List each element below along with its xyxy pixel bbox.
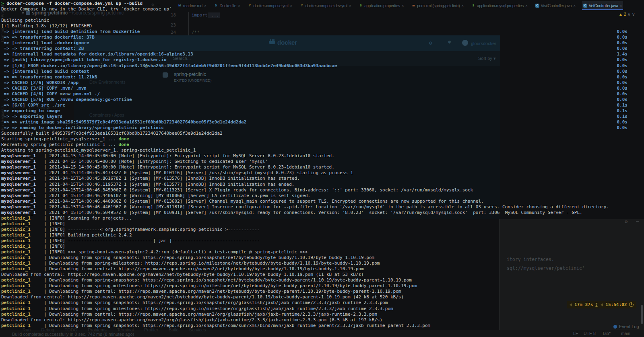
terminal-text: => CACHED [3/6] COPY .mvn/ .mvn bbox=[1, 86, 87, 91]
terminal-line: petclinic_1 | Downloading from central: … bbox=[1, 266, 644, 272]
terminal-text: Building petclinic bbox=[1, 18, 49, 23]
terminal-line: petclinic_1 | [INFO] Building petclinic … bbox=[1, 232, 644, 238]
build-step-duration: 0.0s bbox=[617, 119, 628, 125]
terminal-text: | Downloading from spring-snapshots: htt… bbox=[44, 300, 388, 305]
terminal-line: mysqlserver_1 | 2021-04-15T14:00:45.8473… bbox=[1, 170, 644, 176]
terminal-line: => => writing image sha256:9495379f7c0c4… bbox=[1, 119, 644, 125]
terminal-text: docker-compose -f docker-compose.dev.yml… bbox=[6, 1, 142, 6]
terminal-text: => exporting to image bbox=[1, 108, 60, 113]
elapsed-time: 17m 37s bbox=[574, 302, 593, 307]
terminal-text: | 2021-04-15T14:00:46.440986Z 0 [System]… bbox=[44, 199, 484, 204]
terminal-line: => CACHED [2/6] WORKDIR /app0.0s bbox=[1, 80, 644, 86]
terminal-text: => => transferring dockerfile: 37B bbox=[1, 35, 95, 40]
build-step-duration: 0.0s bbox=[617, 46, 628, 51]
terminal-text: | [INFO] ------------< org.springframewo… bbox=[44, 227, 260, 232]
terminal-line: => [internal] load metadata for docker.i… bbox=[1, 51, 644, 57]
terminal-line: petclinic_1 | [INFO] bbox=[1, 221, 644, 227]
terminal-text: | 2021-04-15T14:00:45.861678Z 1 [System]… bbox=[44, 176, 300, 181]
terminal-text: petclinic_1 bbox=[1, 289, 44, 294]
build-step-duration: 0.0s bbox=[617, 91, 628, 97]
terminal-text: > bbox=[1, 1, 6, 6]
build-step-duration: 0.1s bbox=[617, 108, 628, 114]
terminal-text: | [INFO] bbox=[44, 221, 65, 226]
terminal-text: | 2021-04-15T14:00:45.847332Z 0 [System]… bbox=[44, 170, 353, 175]
terminal-line: petclinic_1 | [INFO] bbox=[1, 244, 644, 249]
terminal-line: Starting spring-petclinic_mysqlserver_1 … bbox=[1, 136, 644, 142]
terminal-text: mysqlserver_1 bbox=[1, 193, 44, 198]
terminal-text: mysqlserver_1 bbox=[1, 204, 44, 210]
terminal-line: => [auth] library/openjdk:pull token for… bbox=[1, 57, 644, 63]
clock-icon bbox=[629, 302, 634, 307]
terminal-text: Downloaded from central: https://repo.ma… bbox=[1, 317, 382, 323]
terminal-text: | Downloading from spring-milestones: ht… bbox=[44, 283, 417, 288]
terminal-text: => [internal] load metadata for docker.i… bbox=[1, 51, 193, 57]
recording-timer-badge: 17m 37s 15:54:02 bbox=[567, 301, 636, 308]
terminal-text: petclinic_1 bbox=[1, 249, 44, 255]
terminal-text: => [internal] load .dockerignore bbox=[1, 40, 89, 45]
build-step-duration: 0.0s bbox=[617, 86, 628, 91]
terminal-line: Downloaded from central: https://repo.ma… bbox=[1, 294, 644, 300]
terminal-text: | Downloading from central: https://repo… bbox=[44, 266, 364, 271]
terminal-line: Downloaded from central: https://repo.ma… bbox=[1, 272, 644, 277]
terminal-output[interactable]: > docker-compose -f docker-compose.dev.y… bbox=[0, 0, 644, 337]
terminal-line bbox=[1, 12, 644, 18]
terminal-text: | [INFO] -------------------------------… bbox=[44, 238, 260, 243]
terminal-line: petclinic_1 | [INFO] -------------------… bbox=[1, 238, 644, 244]
terminal-text: => [internal] load build definition from… bbox=[1, 29, 140, 34]
terminal-text: petclinic_1 bbox=[1, 261, 44, 266]
terminal-text: | Downloading from central: https://repo… bbox=[44, 289, 401, 294]
terminal-text: | [INFO] >>> spring-boot-maven-plugin:2.… bbox=[44, 249, 308, 255]
build-step-duration: 0.0s bbox=[617, 40, 628, 46]
terminal-text: Successfully built 9495379f7c0c4f933eda1… bbox=[1, 131, 223, 136]
terminal-text: => [auth] library/openjdk:pull token for… bbox=[1, 57, 167, 62]
terminal-text: done bbox=[118, 136, 129, 142]
terminal-text: mysqlserver_1 bbox=[1, 210, 44, 215]
terminal-text: petclinic_1 bbox=[1, 227, 44, 232]
terminal-text: Recreating spring-petclinic_petclinic_1 … bbox=[1, 142, 118, 147]
terminal-text: petclinic_1 bbox=[1, 283, 44, 288]
terminal-line: => CACHED [3/6] COPY .mvn/ .mvn0.0s bbox=[1, 86, 644, 91]
terminal-text: | Downloading from spring-snapshots: htt… bbox=[44, 255, 374, 260]
build-step-duration: 0.0s bbox=[617, 80, 628, 86]
terminal-line: petclinic_1 | Downloading from spring-mi… bbox=[1, 283, 644, 289]
terminal-line: Building petclinic bbox=[1, 18, 644, 23]
terminal-text: | Downloading from spring-milestones: ht… bbox=[44, 261, 380, 266]
terminal-line: mysqlserver_1 | 2021-04-15 14:00:45+00:0… bbox=[1, 164, 644, 170]
terminal-line: petclinic_1 | Downloading from spring-sn… bbox=[1, 277, 644, 283]
terminal-line: => [internal] load .dockerignore0.0s bbox=[1, 40, 644, 46]
terminal-text: Downloaded from central: https://repo.ma… bbox=[1, 272, 364, 277]
terminal-line: => CACHED [5/6] RUN ./mvnw dependency:go… bbox=[1, 97, 644, 103]
terminal-line: petclinic_1 | Downloading from spring-mi… bbox=[1, 261, 644, 266]
terminal-text: => => naming to docker.io/library/spring… bbox=[1, 125, 164, 130]
terminal-text: petclinic_1 bbox=[1, 300, 44, 305]
terminal-line: petclinic_1 | [INFO] Scanning for projec… bbox=[1, 216, 644, 221]
terminal-line: [+] Building 1.8s (12/12) FINISHED bbox=[1, 23, 644, 29]
terminal-text: => [1/6] FROM docker.io/library/openjdk:… bbox=[1, 63, 337, 68]
terminal-text: => CACHED [5/6] RUN ./mvnw dependency:go… bbox=[1, 97, 132, 102]
terminal-text: Attaching to spring-petclinic_mysqlserve… bbox=[1, 148, 196, 153]
hourglass-icon bbox=[595, 303, 598, 307]
terminal-text: | 2021-04-15T14:00:46.440610Z 0 [Warning… bbox=[44, 193, 310, 198]
terminal-text: petclinic_1 bbox=[1, 232, 44, 238]
terminal-text: | Downloading from central: https://repo… bbox=[44, 312, 377, 317]
terminal-line: petclinic_1 | Downloading from spring-mi… bbox=[1, 306, 644, 312]
triangle-left-icon bbox=[570, 303, 572, 306]
terminal-line: Attaching to spring-petclinic_mysqlserve… bbox=[1, 148, 644, 153]
terminal-text: Docker Compose is now in the Docker CLI,… bbox=[1, 6, 172, 12]
terminal-text: mysqlserver_1 bbox=[1, 176, 44, 181]
terminal-text: Starting spring-petclinic_mysqlserver_1 … bbox=[1, 136, 118, 142]
terminal-text: petclinic_1 bbox=[1, 238, 44, 243]
terminal-line: mysqlserver_1 | 2021-04-15T14:00:46.3459… bbox=[1, 187, 644, 193]
terminal-line: mysqlserver_1 | 2021-04-15T14:00:46.5049… bbox=[1, 210, 644, 216]
terminal-line: => => exporting layers0.1s bbox=[1, 114, 644, 119]
terminal-line: > docker-compose -f docker-compose.dev.y… bbox=[1, 1, 644, 6]
terminal-text: Downloaded from central: https://repo.ma… bbox=[1, 294, 404, 300]
terminal-line: Successfully built 9495379f7c0c4f933eda1… bbox=[1, 131, 644, 136]
terminal-line: => => naming to docker.io/library/spring… bbox=[1, 125, 644, 131]
terminal-line: => => transferring dockerfile: 37B0.0s bbox=[1, 35, 644, 40]
terminal-text: petclinic_1 bbox=[1, 244, 44, 249]
terminal-line: mysqlserver_1 | 2021-04-15T14:00:45.8616… bbox=[1, 176, 644, 181]
terminal-text: => [internal] load build context bbox=[1, 69, 89, 74]
terminal-text: petclinic_1 bbox=[1, 312, 44, 317]
terminal-line: mysqlserver_1 | 2021-04-15T14:00:46.4406… bbox=[1, 193, 644, 199]
